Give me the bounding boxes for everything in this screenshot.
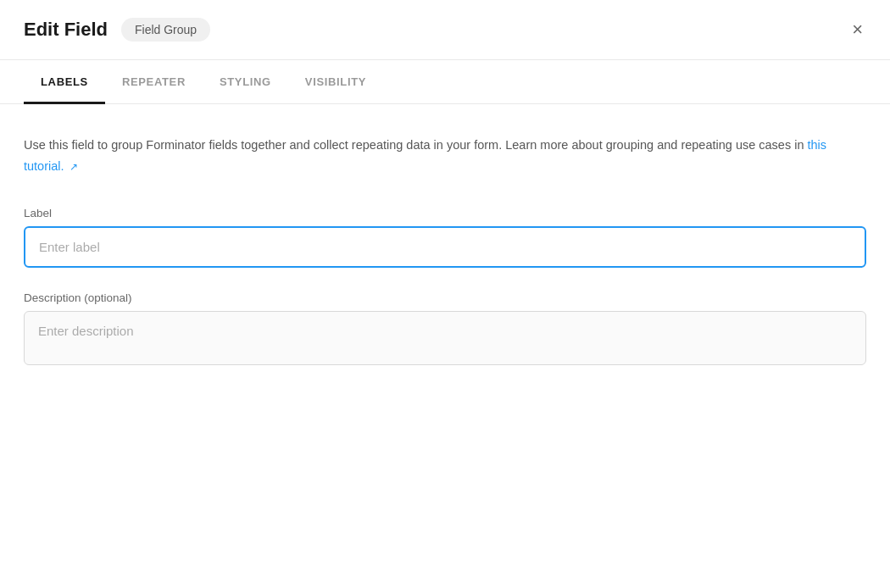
description-field-label: Description (optional) [24, 291, 866, 304]
description-form-group: Description (optional) [24, 291, 866, 369]
field-group-badge: Field Group [121, 18, 210, 42]
edit-field-modal: Edit Field Field Group × LABELS REPEATER… [0, 0, 890, 588]
modal-body: Use this field to group Forminator field… [0, 104, 890, 588]
info-text: Use this field to group Forminator field… [24, 135, 837, 176]
tab-visibility[interactable]: VISIBILITY [288, 60, 383, 104]
modal-header: Edit Field Field Group × [0, 0, 890, 60]
tab-styling[interactable]: STYLING [203, 60, 288, 104]
external-link-icon: ↗ [70, 158, 78, 175]
info-text-part1: Use this field to group Forminator field… [24, 138, 808, 152]
tabs-container: LABELS REPEATER STYLING VISIBILITY [0, 60, 890, 104]
tab-repeater[interactable]: REPEATER [105, 60, 203, 104]
tab-labels[interactable]: LABELS [24, 60, 105, 104]
label-input[interactable] [24, 226, 866, 268]
description-input[interactable] [24, 311, 866, 365]
modal-title: Edit Field [24, 19, 108, 41]
label-form-group: Label [24, 207, 866, 268]
label-field-label: Label [24, 207, 866, 219]
close-button[interactable]: × [848, 17, 866, 42]
